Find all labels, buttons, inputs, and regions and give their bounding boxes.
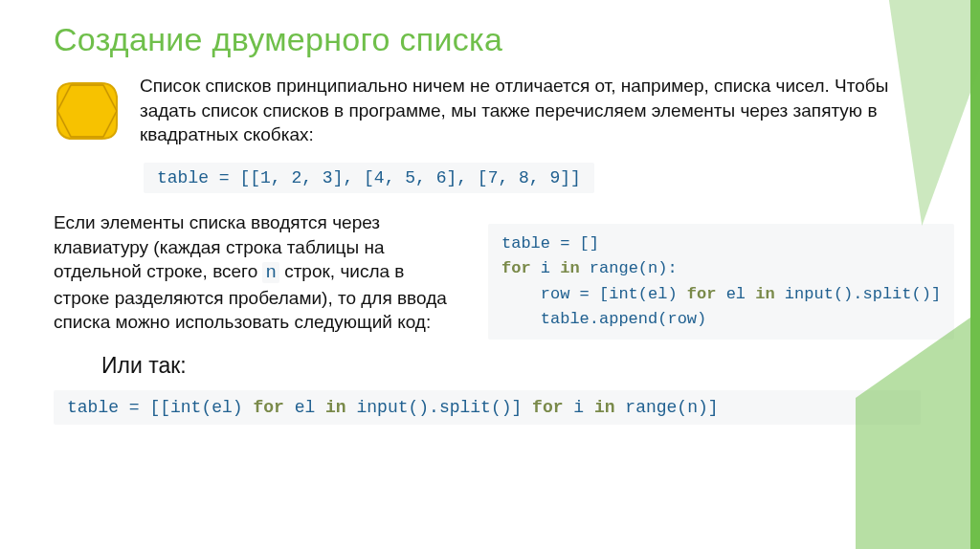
- c2-l2d: range(n):: [580, 259, 678, 277]
- c2-l4: table.append(row): [501, 310, 706, 328]
- kw-in-4: in: [594, 398, 615, 417]
- kw-for-4: for: [532, 398, 563, 417]
- decor-leaf: [856, 318, 970, 549]
- c3-e: input().split()]: [346, 398, 532, 417]
- input-row: Если элементы списка вводятся через клав…: [54, 210, 949, 340]
- slide-container: Создание двумерного списка Список списко…: [0, 0, 980, 549]
- slide-title: Создание двумерного списка: [54, 21, 949, 58]
- kw-in-3: in: [325, 398, 346, 417]
- code-block-comprehension: table = [[int(el) for el in input().spli…: [54, 390, 921, 425]
- c3-c: el: [284, 398, 325, 417]
- c2-l3e: input().split()]: [775, 285, 941, 303]
- kw-in: in: [560, 259, 579, 277]
- kw-in-2: in: [755, 285, 774, 303]
- code-block-literal: table = [[1, 2, 3], [4, 5, 6], [7, 8, 9]…: [144, 163, 594, 193]
- input-paragraph: Если элементы списка вводятся через клав…: [54, 210, 465, 335]
- inline-n: n: [262, 262, 278, 283]
- hex-icon: [54, 79, 121, 143]
- code-block-loop: table = [] for i in range(n): row = [int…: [488, 224, 954, 340]
- alt-label: Или так:: [101, 353, 949, 379]
- c2-l2b: i: [531, 259, 561, 277]
- c3-g: i: [564, 398, 594, 417]
- c3-i: range(n)]: [615, 398, 719, 417]
- kw-for-2: for: [687, 285, 717, 303]
- kw-for-3: for: [253, 398, 283, 417]
- kw-for: for: [501, 259, 531, 277]
- c2-l3c: el: [716, 285, 755, 303]
- c2-l1: table = []: [501, 234, 599, 253]
- c3-a: table = [[int(el): [67, 398, 253, 417]
- c2-l3a: row = [int(el): [501, 285, 687, 303]
